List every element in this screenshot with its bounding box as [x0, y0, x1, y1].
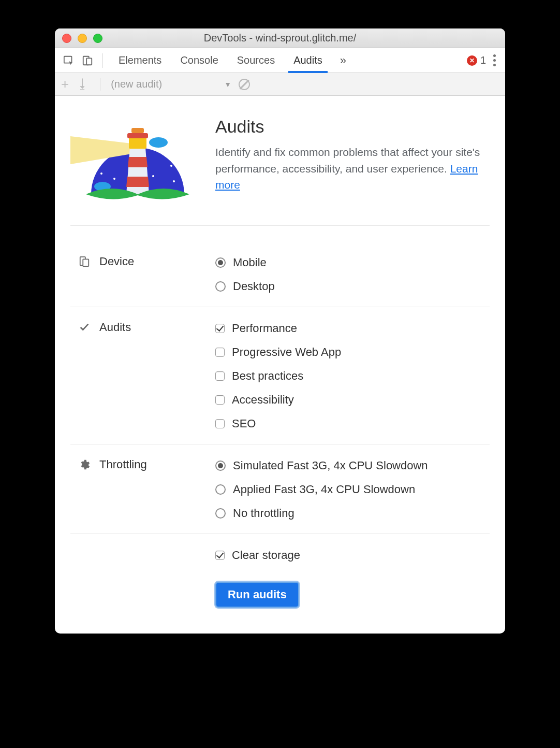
error-count: 1 [480, 54, 486, 66]
panel-tabs: Elements Console Sources Audits [109, 48, 332, 73]
option-label: Clear storage [232, 549, 300, 562]
option-label: Mobile [233, 256, 267, 269]
svg-marker-12 [126, 148, 149, 194]
radio-icon [215, 257, 226, 268]
device-mobile-option[interactable]: Mobile [215, 256, 275, 269]
option-label: Accessibility [232, 393, 294, 407]
audits-label: Audits [99, 321, 131, 334]
throttling-label: Throttling [99, 458, 147, 471]
titlebar: DevTools - wind-sprout.glitch.me/ [55, 28, 505, 48]
svg-rect-17 [131, 128, 144, 133]
throttling-simulated-option[interactable]: Simulated Fast 3G, 4x CPU Slowdown [215, 459, 428, 472]
device-toggle-icon[interactable] [79, 52, 96, 69]
audit-bestpractices-option[interactable]: Best practices [215, 369, 341, 383]
radio-icon [215, 484, 226, 495]
devtools-window: DevTools - wind-sprout.glitch.me/ Elemen… [55, 28, 505, 634]
checkbox-icon [215, 551, 225, 560]
hero-body: Identify and fix common problems that af… [215, 146, 480, 175]
svg-marker-13 [128, 157, 148, 167]
svg-point-9 [152, 175, 154, 177]
run-audits-button[interactable]: Run audits [215, 582, 299, 608]
hero-text: Audits Identify and fix common problems … [215, 117, 490, 193]
audits-section: Audits Performance Progressive Web App B… [70, 307, 490, 444]
svg-point-10 [173, 180, 175, 182]
svg-rect-16 [127, 133, 148, 138]
svg-point-5 [100, 172, 102, 175]
option-label: SEO [232, 417, 256, 430]
svg-rect-2 [86, 58, 92, 65]
radio-icon [215, 281, 226, 292]
option-label: Desktop [233, 280, 275, 293]
radio-icon [215, 461, 226, 471]
audits-toolbar: + ⭳ (new audit) ▼ [55, 73, 505, 96]
lighthouse-illustration [70, 117, 195, 205]
clear-icon[interactable] [239, 79, 250, 90]
chevron-down-icon: ▼ [224, 80, 231, 89]
svg-point-18 [149, 137, 168, 148]
audit-select-dropdown[interactable]: (new audit) ▼ [111, 78, 231, 90]
svg-rect-21 [83, 259, 89, 266]
audit-performance-option[interactable]: Performance [215, 322, 341, 335]
settings-menu-icon[interactable] [493, 54, 496, 66]
checkbox-icon [215, 419, 225, 428]
storage-section: Clear storage [70, 534, 490, 576]
device-icon [78, 256, 91, 267]
svg-point-8 [170, 165, 172, 167]
svg-marker-14 [126, 177, 149, 187]
option-label: Applied Fast 3G, 4x CPU Slowdown [233, 483, 415, 496]
audit-pwa-option[interactable]: Progressive Web App [215, 346, 341, 359]
device-desktop-option[interactable]: Desktop [215, 280, 275, 293]
window-title: DevTools - wind-sprout.glitch.me/ [55, 32, 505, 44]
option-label: Best practices [232, 369, 303, 383]
throttling-none-option[interactable]: No throttling [215, 507, 428, 520]
separator [102, 53, 103, 68]
hero-section: Audits Identify and fix common problems … [70, 117, 490, 226]
tab-sources[interactable]: Sources [228, 48, 284, 73]
option-label: Simulated Fast 3G, 4x CPU Slowdown [233, 459, 428, 472]
audit-select-label: (new audit) [111, 78, 162, 90]
radio-icon [215, 508, 226, 519]
separator [100, 78, 100, 91]
checkbox-icon [215, 395, 225, 405]
throttling-applied-option[interactable]: Applied Fast 3G, 4x CPU Slowdown [215, 483, 428, 496]
option-label: Progressive Web App [232, 346, 341, 359]
hero-heading: Audits [215, 117, 490, 137]
device-section: Device Mobile Desktop [70, 241, 490, 307]
checkbox-icon [215, 324, 225, 333]
checkbox-icon [215, 348, 225, 357]
checkbox-icon [215, 371, 225, 381]
error-count-badge[interactable]: 1 [467, 54, 486, 66]
audit-seo-option[interactable]: SEO [215, 417, 341, 430]
checkmark-icon [78, 322, 91, 333]
svg-point-7 [160, 149, 162, 151]
traffic-lights [62, 34, 102, 43]
inspect-element-icon[interactable] [60, 52, 78, 69]
option-label: Performance [232, 322, 297, 335]
zoom-window-button[interactable] [93, 34, 102, 43]
device-label: Device [99, 255, 134, 268]
tab-elements[interactable]: Elements [109, 48, 171, 73]
clear-storage-option[interactable]: Clear storage [215, 549, 300, 562]
new-audit-icon[interactable]: + [61, 76, 69, 92]
minimize-window-button[interactable] [78, 34, 87, 43]
gear-icon [78, 459, 91, 470]
audits-panel: Audits Identify and fix common problems … [55, 96, 505, 634]
close-window-button[interactable] [62, 34, 71, 43]
tab-console[interactable]: Console [171, 48, 227, 73]
devtools-tabstrip: Elements Console Sources Audits » 1 [55, 48, 505, 73]
svg-rect-15 [129, 137, 146, 149]
audit-accessibility-option[interactable]: Accessibility [215, 393, 341, 407]
tabs-overflow-icon[interactable]: » [335, 54, 351, 67]
throttling-section: Throttling Simulated Fast 3G, 4x CPU Slo… [70, 444, 490, 534]
tab-audits[interactable]: Audits [284, 48, 332, 73]
download-icon[interactable]: ⭳ [76, 76, 90, 92]
option-label: No throttling [233, 507, 294, 520]
svg-point-6 [113, 178, 115, 180]
error-icon [467, 55, 477, 66]
